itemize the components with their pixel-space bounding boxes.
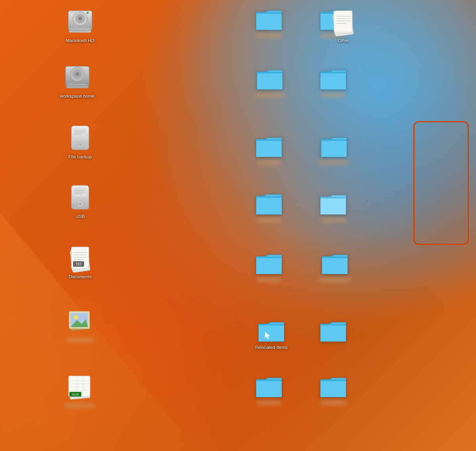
desktop: Macintosh HD workspace home — [0, 0, 476, 451]
folder-mc2-r3-label — [319, 160, 349, 165]
svg-rect-15 — [74, 129, 86, 137]
folder-mc1-r7-image — [255, 375, 283, 399]
folder-mc1-r3-image — [255, 135, 283, 158]
folder-mc1-r5-image — [255, 252, 283, 276]
macintosh-hd-icon[interactable]: Macintosh HD — [64, 6, 96, 45]
svg-rect-5 — [70, 12, 78, 13]
folder-mc1-r5-label — [257, 277, 281, 282]
folder-mc2-r4-label — [321, 218, 346, 223]
image-stack-image — [66, 307, 94, 336]
folder-mc1-r7[interactable] — [253, 373, 285, 407]
svg-point-27 — [79, 203, 81, 205]
usb-image — [66, 183, 94, 212]
folder-mc2-r2-image — [319, 67, 347, 91]
folder-mc2-r5-image — [321, 252, 349, 276]
untitled-folder-icon[interactable] — [317, 318, 349, 346]
folder-mc1-r1[interactable] — [253, 6, 285, 40]
svg-point-42 — [73, 315, 78, 320]
svg-text:TXT: TXT — [76, 263, 82, 266]
folder-mc2-r5[interactable] — [317, 250, 352, 284]
usb-label: USB — [75, 214, 85, 220]
macintosh-hd-label: Macintosh HD — [66, 38, 94, 44]
selection-highlight — [413, 121, 469, 245]
folder-mc2-r4[interactable] — [317, 191, 349, 224]
workspace-home-label: workspace home — [60, 93, 94, 99]
folder-mc1-r1-label — [256, 33, 282, 38]
other-label: Other — [338, 38, 349, 44]
untitled-folder-image — [319, 319, 347, 343]
relocated-items-label: Relocated Items — [255, 345, 288, 351]
usb-icon[interactable]: USB — [64, 182, 96, 221]
svg-point-20 — [79, 143, 81, 146]
documents-icon[interactable]: TXT Documents — [64, 242, 96, 281]
relocated-items-icon[interactable]: Relocated Items — [253, 318, 289, 352]
file-backup-label: File backup — [69, 154, 92, 160]
folder-mc1-r2-label — [255, 93, 284, 98]
folder-mc2-r3-image — [320, 135, 348, 158]
svg-point-3 — [78, 17, 82, 21]
xlsx-icon[interactable]: XLSX — [63, 371, 96, 410]
file-backup-icon[interactable]: File backup — [64, 122, 96, 162]
xlsx-image: XLSX — [65, 373, 94, 401]
image-stack-label-blurred — [66, 337, 94, 343]
svg-rect-22 — [74, 188, 86, 197]
folder-mc1-r2[interactable] — [253, 66, 286, 99]
folder-mc2-r7[interactable] — [317, 373, 349, 407]
documents-label: Documents — [69, 274, 92, 280]
svg-point-6 — [86, 12, 89, 14]
xlsx-label-blurred — [65, 403, 94, 408]
workspace-home-icon[interactable]: workspace home — [58, 62, 96, 101]
folder-mc2-r7-label — [321, 400, 346, 405]
folder-mc1-r3[interactable] — [253, 133, 285, 167]
folder-mc1-r4-image — [255, 192, 283, 216]
folder-mc1-r5[interactable] — [253, 250, 285, 284]
svg-text:XLSX: XLSX — [72, 393, 79, 396]
folder-mc1-r4-label — [257, 218, 281, 223]
folder-mc2-r4-image — [319, 192, 347, 216]
relocated-items-image — [257, 319, 286, 343]
image-stack-icon[interactable] — [64, 306, 96, 344]
other-icon[interactable]: Other — [328, 6, 359, 45]
svg-rect-4 — [70, 28, 90, 30]
file-backup-image — [66, 124, 94, 152]
folder-mc2-r2[interactable] — [317, 66, 349, 99]
folder-mc2-r5-label — [319, 277, 351, 282]
folder-mc1-r7-label — [257, 400, 281, 405]
folder-mc1-r2-image — [255, 67, 284, 91]
svg-rect-7 — [69, 30, 91, 33]
folder-mc1-r4[interactable] — [253, 191, 285, 224]
folder-mc2-r3[interactable] — [317, 133, 350, 167]
folder-mc2-r2-label — [321, 93, 345, 98]
other-image — [330, 8, 357, 36]
folder-mc2-r7-image — [319, 375, 347, 399]
svg-rect-12 — [67, 84, 88, 85]
svg-rect-13 — [66, 86, 88, 88]
workspace-home-image — [63, 63, 92, 92]
folder-mc1-r3-label — [257, 160, 281, 165]
documents-image: TXT — [66, 244, 94, 272]
svg-point-11 — [75, 72, 79, 76]
folder-mc1-r1-image — [255, 8, 283, 31]
macintosh-hd-image — [66, 8, 94, 36]
svg-rect-58 — [334, 11, 352, 32]
